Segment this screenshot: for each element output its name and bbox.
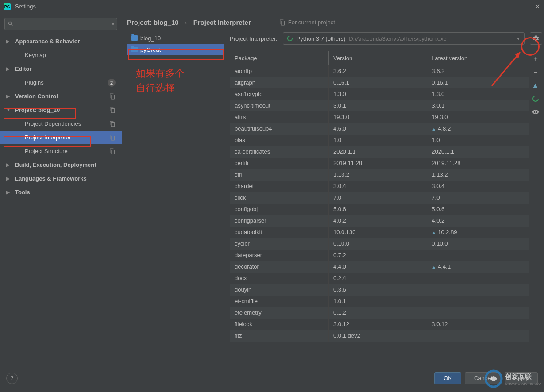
cell-latest: 2020.1.1	[427, 146, 529, 158]
sidebar-item[interactable]: Project Dependencies	[0, 117, 122, 131]
chevron-right-icon: ▶	[6, 190, 12, 195]
table-row[interactable]: beautifulsoup44.6.0▲4.8.2	[230, 123, 529, 135]
table-row[interactable]: ca-certificates2020.1.12020.1.1	[230, 146, 529, 158]
ok-button[interactable]: OK	[434, 372, 461, 384]
table-row[interactable]: cycler0.10.00.10.0	[230, 238, 529, 250]
table-row[interactable]: certifi2019.11.282019.11.28	[230, 158, 529, 169]
table-row[interactable]: et-xmlfile1.0.1	[230, 296, 529, 307]
table-row[interactable]: filelock3.0.123.0.12	[230, 319, 529, 330]
table-row[interactable]: attrs19.3.019.3.0	[230, 111, 529, 123]
cell-version: 10.0.130	[328, 227, 427, 238]
table-row[interactable]: chardet3.0.43.0.4	[230, 181, 529, 192]
breadcrumb: Project: blog_10 › Project Interpreter F…	[127, 19, 544, 26]
project-label: pyGreat	[140, 46, 161, 53]
sidebar-item[interactable]: ▶Build, Execution, Deployment	[0, 158, 122, 172]
sidebar-item[interactable]: ▼Project: blog_10	[0, 103, 122, 117]
table-row[interactable]: etelemetry0.1.2	[230, 307, 529, 319]
sidebar-item[interactable]: Plugins2	[0, 76, 122, 89]
cell-package: etelemetry	[230, 307, 328, 319]
remove-package-button[interactable]: －	[531, 67, 540, 77]
close-icon[interactable]: ✕	[535, 3, 540, 11]
show-button[interactable]	[531, 107, 540, 117]
help-button[interactable]: ?	[6, 373, 18, 384]
cell-latest: ▲10.2.89	[427, 227, 529, 238]
chevron-down-icon: ▼	[6, 108, 12, 112]
sidebar-item[interactable]: ▶Editor	[0, 62, 122, 76]
interpreter-dropdown[interactable]: Python 3.7 (others) D:\Anaconda3\envs\ot…	[283, 32, 525, 45]
sidebar-item[interactable]: Project Structure	[0, 144, 122, 158]
table-row[interactable]: async-timeout3.0.13.0.1	[230, 100, 529, 111]
table-row[interactable]: asn1crypto1.3.01.3.0	[230, 88, 529, 100]
table-row[interactable]: douyin0.3.6	[230, 284, 529, 296]
search-field[interactable]	[16, 21, 112, 27]
search-icon	[8, 21, 14, 27]
sidebar-item[interactable]: ▶Version Control	[0, 89, 122, 103]
copy-icon	[279, 19, 286, 26]
sidebar-item[interactable]: ▶Tools	[0, 185, 122, 199]
packages-table[interactable]: Package Version Latest version aiohttp3.…	[230, 51, 529, 365]
cancel-button[interactable]: Cancel	[465, 372, 501, 384]
cell-package: ca-certificates	[230, 146, 328, 158]
col-package[interactable]: Package	[230, 51, 328, 65]
interpreter-row: Project Interpreter: Python 3.7 (others)…	[230, 32, 542, 45]
cell-latest: 3.0.4	[427, 181, 529, 192]
table-row[interactable]: cudatoolkit10.0.130▲10.2.89	[230, 227, 529, 238]
table-row[interactable]: docx0.2.4	[230, 273, 529, 284]
table-row[interactable]: aiohttp3.6.23.6.2	[230, 65, 529, 77]
table-row[interactable]: decorator4.4.0▲4.4.1	[230, 261, 529, 273]
sidebar-item[interactable]: Project Interpreter	[0, 131, 122, 144]
table-row[interactable]: click7.07.0	[230, 192, 529, 204]
apply-button[interactable]: Apply	[505, 372, 538, 384]
project-list-item[interactable]: pyGreat	[127, 44, 224, 55]
cell-version: 1.0	[328, 135, 427, 146]
cell-latest: 3.6.2	[427, 65, 529, 77]
cell-latest: 5.0.6	[427, 204, 529, 215]
cell-latest: ▲4.4.1	[427, 261, 529, 273]
cell-version: 4.4.0	[328, 261, 427, 273]
search-input[interactable]: ▾	[4, 18, 117, 30]
cell-latest: 19.3.0	[427, 111, 529, 123]
cell-version: 0.10.0	[328, 238, 427, 250]
cell-package: altgraph	[230, 77, 328, 88]
interpreter-settings-button[interactable]	[530, 32, 542, 45]
window-title: Settings	[15, 3, 535, 10]
cell-version: 0.1.2	[328, 307, 427, 319]
project-list-item[interactable]: blog_10	[127, 32, 224, 44]
titlebar: PC Settings ✕	[0, 0, 544, 13]
table-row[interactable]: dateparser0.7.2	[230, 250, 529, 261]
table-row[interactable]: fitz0.0.1.dev2	[230, 330, 529, 342]
projects-list: blog_10pyGreat 如果有多个 自行选择	[127, 32, 224, 365]
cell-version: 2019.11.28	[328, 158, 427, 169]
cell-latest: 4.0.2	[427, 215, 529, 227]
cell-version: 0.16.1	[328, 77, 427, 88]
breadcrumb-page: Project Interpreter	[193, 19, 251, 26]
upgrade-package-button[interactable]: ▲	[531, 81, 540, 90]
copy-icon	[109, 135, 116, 141]
table-row[interactable]: configobj5.0.65.0.6	[230, 204, 529, 215]
col-version[interactable]: Version	[328, 51, 427, 65]
cell-latest: 2019.11.28	[427, 158, 529, 169]
table-row[interactable]: blas1.01.0	[230, 135, 529, 146]
cell-version: 0.0.1.dev2	[328, 330, 427, 342]
sidebar-item[interactable]: ▶Languages & Frameworks	[0, 172, 122, 185]
content-pane: Project: blog_10 › Project Interpreter F…	[122, 13, 544, 365]
cell-package: fitz	[230, 330, 328, 342]
settings-tree: ▶Appearance & BehaviorKeymap▶EditorPlugi…	[0, 35, 122, 365]
badge: 2	[108, 79, 116, 87]
cell-package: cudatoolkit	[230, 227, 328, 238]
sidebar-item[interactable]: Keymap	[0, 48, 122, 62]
chevron-down-icon: ▾	[112, 22, 114, 27]
cell-latest	[427, 250, 529, 261]
add-package-button[interactable]: ＋	[531, 54, 540, 64]
breadcrumb-sep-icon: ›	[185, 19, 187, 26]
refresh-button[interactable]	[531, 94, 540, 104]
table-row[interactable]: cffi1.13.21.13.2	[230, 169, 529, 181]
cell-version: 3.0.4	[328, 181, 427, 192]
cell-latest	[427, 330, 529, 342]
table-row[interactable]: configparser4.0.24.0.2	[230, 215, 529, 227]
table-row[interactable]: altgraph0.16.10.16.1	[230, 77, 529, 88]
sidebar-item[interactable]: ▶Appearance & Behavior	[0, 35, 122, 48]
svg-point-1	[533, 96, 538, 101]
col-latest[interactable]: Latest version	[427, 51, 529, 65]
folder-icon	[131, 47, 138, 52]
